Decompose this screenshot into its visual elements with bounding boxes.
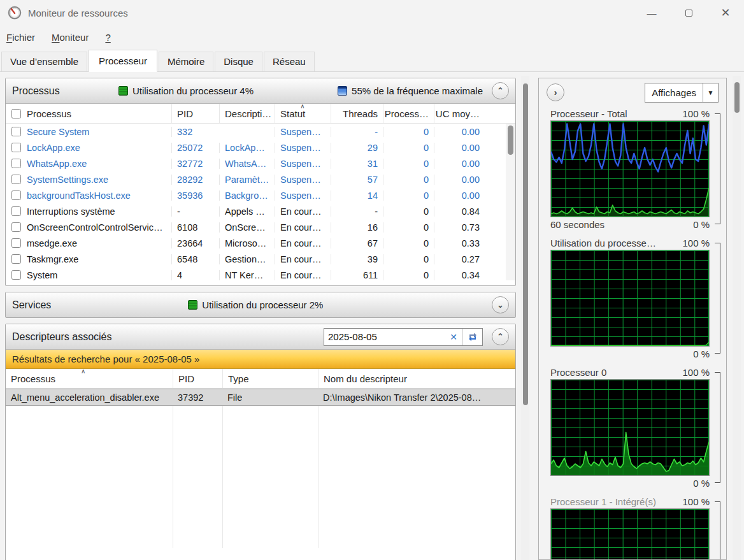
- graph-title: Processeur - Total: [550, 108, 627, 119]
- handle-descriptor-cell: D:\Images\Nikon Transfer 2\2025-08…: [318, 392, 515, 403]
- table-row[interactable]: SystemSettings.exe28292Paramèt…Suspen…57…: [6, 171, 515, 187]
- window-scrollbar[interactable]: [733, 76, 741, 560]
- handles-table-row[interactable]: Alt_menu_acceleration_disabler.exe37392F…: [6, 389, 515, 406]
- row-checkbox[interactable]: [11, 270, 21, 280]
- collapse-handles-button[interactable]: ⌃: [492, 328, 509, 345]
- avg-cpu-cell: 0.27: [434, 254, 485, 264]
- description-cell: Appels …: [219, 206, 275, 217]
- graph-min-label: 0 %: [693, 478, 710, 489]
- processes-table-scrollbar[interactable]: [506, 124, 515, 280]
- menu-bar: FichierMoniteur?: [0, 25, 744, 48]
- menu-item-fichier[interactable]: Fichier: [6, 32, 35, 43]
- column-header-6[interactable]: UC moy…: [434, 104, 485, 123]
- handles-column-header-2[interactable]: Type: [222, 369, 318, 388]
- tab-vue-d-ensemble[interactable]: Vue d’ensemble: [1, 52, 87, 71]
- description-cell: Backgro…: [219, 190, 275, 201]
- blue-legend-icon: [338, 86, 347, 96]
- handles-panel-title: Descripteurs associés: [12, 331, 112, 343]
- select-all-checkbox[interactable]: [11, 109, 21, 118]
- process-name-cell: Taskmgr.exe: [6, 254, 171, 264]
- menu-item-?[interactable]: ?: [105, 32, 110, 43]
- services-panel-header[interactable]: Services Utilisation du processeur 2% ⌄: [6, 292, 515, 317]
- table-row[interactable]: Secure System332Suspen…-00.00: [6, 124, 515, 140]
- clear-search-icon[interactable]: ✕: [445, 332, 462, 342]
- refresh-search-button[interactable]: [462, 329, 482, 345]
- column-header-label: PID: [177, 108, 193, 119]
- left-pane-scrollbar-thumb[interactable]: [523, 83, 528, 405]
- table-row[interactable]: WhatsApp.exe32772WhatsA…Suspen…3100.00: [6, 155, 515, 171]
- handles-column-header-0[interactable]: Processus∧: [6, 369, 173, 388]
- maximize-button[interactable]: [670, 0, 707, 25]
- processor-cell: 0: [383, 238, 434, 248]
- tab-disque[interactable]: Disque: [215, 52, 262, 71]
- window-scrollbar-thumb[interactable]: [734, 82, 740, 113]
- avg-cpu-cell: 0.33: [434, 238, 485, 248]
- threads-cell: 611: [331, 270, 383, 280]
- menu-item-moniteur[interactable]: Moniteur: [52, 32, 89, 43]
- handles-panel-header[interactable]: Descripteurs associés ✕ ⌃: [6, 324, 515, 350]
- graph-max-label: 100 %: [682, 496, 710, 507]
- row-checkbox[interactable]: [11, 143, 21, 152]
- row-checkbox[interactable]: [11, 254, 21, 264]
- handles-search-input[interactable]: [324, 329, 445, 345]
- handle-pid-cell: 37392: [173, 392, 222, 403]
- handle-type-cell: File: [222, 392, 318, 403]
- table-row[interactable]: backgroundTaskHost.exe35936Backgro…Suspe…: [6, 187, 515, 203]
- table-row[interactable]: OnScreenControlControlServic…6108OnScre……: [6, 219, 515, 235]
- tab-processeur[interactable]: Processeur: [89, 50, 157, 72]
- row-checkbox[interactable]: [11, 238, 21, 248]
- graph-scale-bracket: [715, 501, 720, 560]
- column-header-2[interactable]: Descripti…: [219, 104, 275, 123]
- table-row[interactable]: Taskmgr.exe6548Gestion…En cour…3900.27: [6, 251, 515, 267]
- views-dropdown-button[interactable]: Affichages ▼: [645, 83, 719, 103]
- description-cell: Paramèt…: [219, 175, 275, 185]
- views-dropdown-label: Affichages: [645, 83, 703, 102]
- row-checkbox[interactable]: [11, 175, 21, 184]
- expand-graphs-button[interactable]: ›: [547, 83, 564, 101]
- table-row[interactable]: msedge.exe23664Microso…En cour…6700.33: [6, 235, 515, 251]
- pid-cell: 6108: [171, 222, 219, 233]
- handles-table-header[interactable]: Processus∧PIDTypeNom du descripteur: [6, 369, 515, 389]
- chevron-down-icon: ▼: [703, 83, 718, 102]
- avg-cpu-cell: 0.00: [434, 175, 485, 185]
- process-name: msedge.exe: [27, 238, 77, 248]
- minimize-button[interactable]: —: [633, 0, 670, 25]
- left-pane-scrollbar[interactable]: [521, 76, 529, 560]
- row-checkbox[interactable]: [11, 127, 21, 136]
- process-name: System: [27, 270, 57, 280]
- graph-scale-bracket: [715, 372, 720, 483]
- row-checkbox[interactable]: [11, 190, 21, 200]
- processes-table-header[interactable]: ProcessusPIDDescripti…Statut∧ThreadsProc…: [6, 104, 515, 124]
- graph-plot-area: [550, 379, 710, 476]
- column-header-4[interactable]: Threads: [331, 104, 383, 123]
- row-checkbox[interactable]: [11, 222, 21, 232]
- row-checkbox[interactable]: [11, 206, 21, 216]
- row-checkbox[interactable]: [11, 159, 21, 168]
- handles-search-group: ✕: [324, 328, 483, 346]
- table-row[interactable]: Interruptions système-Appels …En cour…-0…: [6, 203, 515, 219]
- graph-title: Processeur 0: [550, 367, 606, 378]
- description-cell: Microso…: [219, 238, 275, 248]
- pid-cell: 28292: [171, 175, 219, 185]
- processes-scrollbar-thumb[interactable]: [508, 126, 513, 155]
- column-header-0[interactable]: Processus: [6, 104, 171, 123]
- table-row[interactable]: System4NT Ker…En cour…61100.34: [6, 267, 515, 280]
- refresh-icon: [468, 332, 478, 342]
- maximize-icon: [685, 10, 692, 17]
- expand-services-button[interactable]: ⌄: [492, 296, 509, 313]
- processes-panel-header[interactable]: Processus Utilisation du processeur 4%55…: [6, 78, 515, 104]
- close-button[interactable]: ✕: [707, 0, 744, 25]
- handles-column-header-3[interactable]: Nom du descripteur: [318, 369, 515, 388]
- column-header-3[interactable]: Statut∧: [275, 104, 331, 123]
- tab-r-seau[interactable]: Réseau: [264, 52, 315, 71]
- graph-footer-left: 60 secondes: [550, 219, 604, 230]
- column-header-5[interactable]: Process…: [383, 104, 434, 123]
- sort-ascending-icon: ∧: [81, 369, 85, 375]
- tab-m-moire[interactable]: Mémoire: [159, 52, 213, 71]
- status-cell: Suspen…: [275, 175, 331, 185]
- status-cell: En cour…: [275, 238, 331, 248]
- collapse-processes-button[interactable]: ⌃: [492, 82, 509, 99]
- handles-column-header-1[interactable]: PID: [173, 369, 222, 388]
- table-row[interactable]: LockApp.exe25072LockAp…Suspen…2900.00: [6, 140, 515, 155]
- column-header-1[interactable]: PID: [171, 104, 219, 123]
